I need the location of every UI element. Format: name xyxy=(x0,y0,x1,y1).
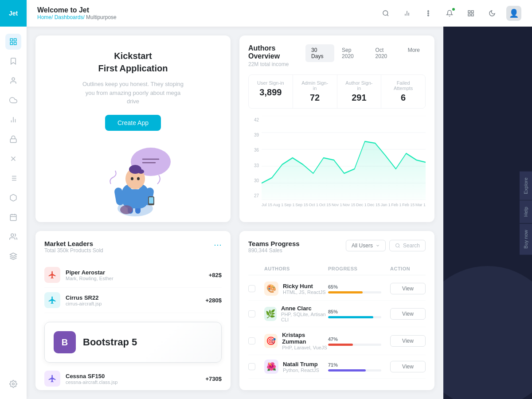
svg-line-64 xyxy=(399,246,399,247)
team-check-kristaps[interactable] xyxy=(248,337,255,344)
svg-rect-1 xyxy=(14,39,16,41)
sidebar-item-user[interactable] xyxy=(5,73,21,89)
stats-icon[interactable] xyxy=(400,6,414,20)
team-check-anne[interactable] xyxy=(248,310,255,317)
sidebar-item-cloud[interactable] xyxy=(5,92,21,108)
progress-bar-kristaps xyxy=(328,344,353,346)
market-sub-piper: Mark, Rowling, Esther xyxy=(66,276,209,281)
market-leaders-title-wrap: Market Leaders Total 350k Products Sold xyxy=(44,240,103,261)
market-logo-piper xyxy=(44,267,60,283)
team-tech-kristaps: PHP, Laravel, VueJS xyxy=(282,345,328,350)
sidebar-bottom xyxy=(5,369,21,399)
header-actions: 👤 xyxy=(379,6,521,21)
period-tab-30days[interactable]: 30 Days xyxy=(305,44,334,62)
main-wrap: Welcome to Jet Home/ Dashboards/ Multipu… xyxy=(27,0,532,399)
page-title: Welcome to Jet xyxy=(37,6,379,14)
team-info-ricky: 🎨 Ricky Hunt HTML, JS, ReactJS xyxy=(264,282,328,296)
side-tab-buynow[interactable]: Buy now xyxy=(520,223,532,254)
market-logo-cirrus xyxy=(44,292,60,308)
sidebar-item-close[interactable] xyxy=(5,151,21,167)
view-button-kristaps[interactable]: View xyxy=(390,335,426,347)
sidebar-item-grid[interactable] xyxy=(5,34,21,50)
team-info-anne: 🌿 Anne Clarc PHP, SQLite, Artisan CLI xyxy=(264,305,328,322)
progress-kristaps: 47% xyxy=(328,336,390,346)
period-tab-oct2020[interactable]: Oct 2020 xyxy=(370,44,400,62)
market-name-cirrus: Cirrus SR22 xyxy=(66,294,205,301)
notifications-icon[interactable] xyxy=(442,6,457,20)
stat-user-signin-label: User Sign-in xyxy=(256,80,286,86)
svg-rect-17 xyxy=(10,215,16,221)
progress-bar-bg-kristaps xyxy=(328,344,381,346)
progress-pct-anne: 85% xyxy=(328,309,390,314)
customize-icon[interactable] xyxy=(421,6,435,20)
sidebar-item-calendar[interactable] xyxy=(5,209,21,225)
svg-point-31 xyxy=(428,15,429,16)
stat-author-signin: Author Sign-in 291 xyxy=(337,75,381,108)
team-details-ricky: Ricky Hunt HTML, JS, ReactJS xyxy=(283,283,326,295)
team-tech-anne: PHP, SQLite, Artisan CLI xyxy=(281,312,328,322)
sidebar-item-box[interactable] xyxy=(5,190,21,206)
view-toggle-icon[interactable] xyxy=(464,6,478,20)
sidebar-item-gear[interactable] xyxy=(5,376,21,392)
svg-marker-22 xyxy=(10,253,17,257)
user-avatar[interactable]: 👤 xyxy=(506,6,521,21)
team-tech-ricky: HTML, JS, ReactJS xyxy=(283,289,326,295)
bootstrap-title: Bootstrap 5 xyxy=(83,336,137,348)
dark-mode-icon[interactable] xyxy=(485,6,499,20)
view-button-natali[interactable]: View xyxy=(390,361,426,372)
market-value-cessna: +730$ xyxy=(205,376,222,382)
progress-pct-ricky: 65% xyxy=(328,284,390,289)
sidebar-item-layers[interactable] xyxy=(5,248,21,264)
view-button-anne[interactable]: View xyxy=(390,308,426,320)
breadcrumb-home[interactable]: Home/ xyxy=(37,14,53,20)
market-value-piper: +82$ xyxy=(209,272,222,278)
market-leaders-more-icon[interactable]: ⋯ xyxy=(214,240,222,250)
period-tab-sep2020[interactable]: Sep 2020 xyxy=(336,44,368,62)
teams-progress-subtitle: 890,344 Sales xyxy=(248,247,300,254)
team-name-ricky: Ricky Hunt xyxy=(283,283,326,289)
sidebar-item-list[interactable] xyxy=(5,170,21,186)
market-name-cessna: Cessna SF150 xyxy=(66,373,205,379)
sidebar-item-users[interactable] xyxy=(5,229,21,245)
team-check-ricky[interactable] xyxy=(248,285,255,292)
svg-point-49 xyxy=(137,177,140,180)
progress-anne: 85% xyxy=(328,309,390,318)
market-logo-cessna xyxy=(44,371,60,387)
svg-rect-34 xyxy=(471,14,473,16)
market-sub-cessna: cessna-aircraft.class.jsp xyxy=(66,379,205,385)
sidebar-item-bookmark[interactable] xyxy=(5,53,21,69)
sidebar-nav xyxy=(5,27,21,369)
team-avatar-natali: 🌺 xyxy=(264,360,278,374)
stat-failed-attempts: Failed Attempts 6 xyxy=(381,75,425,108)
bootstrap-icon: B xyxy=(54,331,76,353)
create-app-button[interactable]: Create App xyxy=(105,115,161,131)
stat-user-signin-value: 3,899 xyxy=(256,87,286,98)
authors-overview-subtitle: 22M total income xyxy=(248,61,305,67)
sidebar-item-lock[interactable] xyxy=(5,131,21,147)
svg-point-29 xyxy=(428,13,429,14)
breadcrumb-dashboards[interactable]: Dashboards/ xyxy=(55,14,85,20)
team-name-anne: Anne Clarc xyxy=(281,305,328,312)
teams-search-box[interactable]: Search xyxy=(389,240,426,251)
search-icon[interactable] xyxy=(379,6,393,20)
svg-rect-2 xyxy=(14,43,16,45)
all-users-dropdown[interactable]: All Users xyxy=(346,240,386,251)
svg-point-54 xyxy=(120,205,133,214)
period-tabs: 30 Days Sep 2020 Oct 2020 More xyxy=(305,44,426,62)
team-info-natali: 🌺 Natali Trump Python, ReactJS xyxy=(264,360,328,374)
period-tab-more[interactable]: More xyxy=(402,44,426,62)
side-tab-explore[interactable]: Explore xyxy=(520,171,532,200)
team-row-kristaps: 🎯 Kristaps Zumman PHP, Laravel, VueJS 47… xyxy=(248,327,426,355)
side-tab-help[interactable]: Help xyxy=(520,200,532,223)
svg-point-47 xyxy=(138,169,144,174)
side-tabs: Explore Help Buy now xyxy=(520,171,532,254)
team-row-anne: 🌿 Anne Clarc PHP, SQLite, Artisan CLI 85… xyxy=(248,301,426,327)
team-details-natali: Natali Trump Python, ReactJS xyxy=(283,361,319,373)
dark-blob xyxy=(443,266,532,399)
sidebar-logo[interactable]: Jet xyxy=(0,0,27,27)
view-button-ricky[interactable]: View xyxy=(390,283,426,294)
progress-bar-bg-ricky xyxy=(328,291,381,293)
team-check-natali[interactable] xyxy=(248,363,255,370)
market-item-cirrus: Cirrus SR22 cirrus-aircraft.jsp +280$ xyxy=(44,288,222,313)
sidebar-item-chart[interactable] xyxy=(5,112,21,128)
